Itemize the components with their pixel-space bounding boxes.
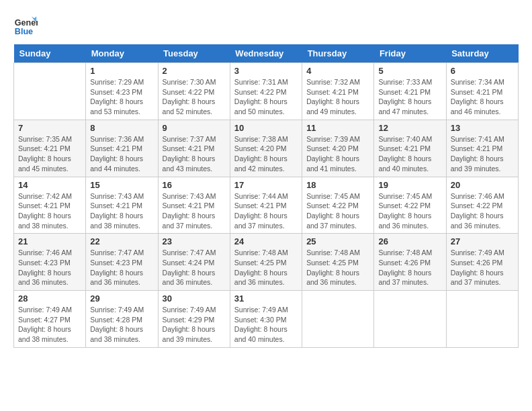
calendar-cell: 19Sunrise: 7:45 AMSunset: 4:22 PMDayligh… [374, 177, 446, 234]
calendar-cell: 8Sunrise: 7:36 AMSunset: 4:21 PMDaylight… [86, 120, 158, 177]
calendar-cell: 31Sunrise: 7:49 AMSunset: 4:30 PMDayligh… [230, 291, 302, 348]
day-info: Sunrise: 7:48 AMSunset: 4:25 PMDaylight:… [234, 248, 298, 287]
week-row-2: 7Sunrise: 7:35 AMSunset: 4:21 PMDaylight… [14, 120, 519, 177]
day-info: Sunrise: 7:40 AMSunset: 4:21 PMDaylight:… [378, 134, 441, 174]
calendar-cell: 25Sunrise: 7:48 AMSunset: 4:25 PMDayligh… [302, 234, 374, 291]
day-number: 18 [306, 180, 369, 190]
calendar-cell [14, 63, 86, 120]
day-number: 28 [18, 293, 81, 304]
day-info: Sunrise: 7:34 AMSunset: 4:21 PMDaylight:… [451, 77, 514, 117]
day-number: 16 [163, 180, 226, 190]
day-info: Sunrise: 7:47 AMSunset: 4:24 PMDaylight:… [163, 248, 226, 287]
day-number: 4 [306, 66, 369, 76]
day-info: Sunrise: 7:45 AMSunset: 4:22 PMDaylight:… [378, 191, 441, 231]
calendar-cell: 18Sunrise: 7:45 AMSunset: 4:22 PMDayligh… [302, 177, 374, 234]
day-number: 17 [234, 180, 298, 190]
calendar-cell [374, 291, 446, 348]
calendar-cell: 29Sunrise: 7:49 AMSunset: 4:28 PMDayligh… [86, 291, 158, 348]
day-info: Sunrise: 7:29 AMSunset: 4:23 PMDaylight:… [90, 77, 153, 117]
day-of-week-thursday: Thursday [302, 44, 374, 63]
calendar-cell: 3Sunrise: 7:31 AMSunset: 4:22 PMDaylight… [230, 63, 302, 120]
calendar-cell: 7Sunrise: 7:35 AMSunset: 4:21 PMDaylight… [14, 120, 86, 177]
calendar-cell: 6Sunrise: 7:34 AMSunset: 4:21 PMDaylight… [446, 63, 518, 120]
day-info: Sunrise: 7:49 AMSunset: 4:30 PMDaylight:… [234, 305, 298, 345]
day-number: 5 [378, 66, 441, 76]
day-info: Sunrise: 7:30 AMSunset: 4:22 PMDaylight:… [163, 77, 226, 117]
week-row-1: 1Sunrise: 7:29 AMSunset: 4:23 PMDaylight… [14, 63, 519, 120]
day-info: Sunrise: 7:41 AMSunset: 4:21 PMDaylight:… [451, 134, 514, 174]
calendar-cell: 5Sunrise: 7:33 AMSunset: 4:21 PMDaylight… [374, 63, 446, 120]
calendar-cell: 4Sunrise: 7:32 AMSunset: 4:21 PMDaylight… [302, 63, 374, 120]
day-info: Sunrise: 7:48 AMSunset: 4:25 PMDaylight:… [306, 248, 369, 287]
day-number: 22 [90, 236, 153, 246]
calendar-cell [446, 291, 518, 348]
day-number: 31 [234, 293, 298, 304]
day-info: Sunrise: 7:48 AMSunset: 4:26 PMDaylight:… [378, 248, 441, 287]
day-number: 1 [90, 66, 153, 76]
day-of-week-tuesday: Tuesday [158, 44, 230, 63]
day-number: 24 [234, 236, 298, 246]
day-number: 2 [163, 66, 226, 76]
day-info: Sunrise: 7:33 AMSunset: 4:21 PMDaylight:… [378, 77, 441, 117]
day-number: 6 [451, 66, 514, 76]
calendar-cell: 17Sunrise: 7:44 AMSunset: 4:21 PMDayligh… [230, 177, 302, 234]
day-info: Sunrise: 7:42 AMSunset: 4:21 PMDaylight:… [18, 191, 81, 231]
week-row-3: 14Sunrise: 7:42 AMSunset: 4:21 PMDayligh… [14, 177, 519, 234]
day-info: Sunrise: 7:46 AMSunset: 4:22 PMDaylight:… [451, 191, 514, 231]
day-of-week-saturday: Saturday [446, 44, 518, 63]
calendar-cell: 26Sunrise: 7:48 AMSunset: 4:26 PMDayligh… [374, 234, 446, 291]
day-of-week-wednesday: Wednesday [230, 44, 302, 63]
calendar-cell: 23Sunrise: 7:47 AMSunset: 4:24 PMDayligh… [158, 234, 230, 291]
days-of-week-row: SundayMondayTuesdayWednesdayThursdayFrid… [14, 44, 519, 63]
day-info: Sunrise: 7:32 AMSunset: 4:21 PMDaylight:… [306, 77, 369, 117]
calendar-table: SundayMondayTuesdayWednesdayThursdayFrid… [13, 44, 519, 348]
day-info: Sunrise: 7:49 AMSunset: 4:26 PMDaylight:… [451, 248, 514, 287]
day-info: Sunrise: 7:37 AMSunset: 4:21 PMDaylight:… [163, 134, 226, 174]
day-number: 15 [90, 180, 153, 190]
day-info: Sunrise: 7:39 AMSunset: 4:20 PMDaylight:… [306, 134, 369, 174]
day-of-week-friday: Friday [374, 44, 446, 63]
day-number: 12 [378, 123, 441, 133]
day-of-week-sunday: Sunday [14, 44, 86, 63]
calendar-cell: 11Sunrise: 7:39 AMSunset: 4:20 PMDayligh… [302, 120, 374, 177]
calendar-cell: 20Sunrise: 7:46 AMSunset: 4:22 PMDayligh… [446, 177, 518, 234]
calendar-cell: 27Sunrise: 7:49 AMSunset: 4:26 PMDayligh… [446, 234, 518, 291]
calendar-cell: 28Sunrise: 7:49 AMSunset: 4:27 PMDayligh… [14, 291, 86, 348]
day-info: Sunrise: 7:44 AMSunset: 4:21 PMDaylight:… [234, 191, 298, 231]
calendar-cell: 1Sunrise: 7:29 AMSunset: 4:23 PMDaylight… [86, 63, 158, 120]
day-info: Sunrise: 7:47 AMSunset: 4:23 PMDaylight:… [90, 248, 153, 287]
calendar-cell: 13Sunrise: 7:41 AMSunset: 4:21 PMDayligh… [446, 120, 518, 177]
day-number: 26 [378, 236, 441, 246]
day-info: Sunrise: 7:49 AMSunset: 4:29 PMDaylight:… [163, 305, 226, 345]
day-number: 10 [234, 123, 298, 133]
calendar-cell: 15Sunrise: 7:43 AMSunset: 4:21 PMDayligh… [86, 177, 158, 234]
day-info: Sunrise: 7:49 AMSunset: 4:27 PMDaylight:… [18, 305, 81, 345]
day-number: 3 [234, 66, 298, 76]
calendar-body: 1Sunrise: 7:29 AMSunset: 4:23 PMDaylight… [14, 63, 519, 348]
day-number: 8 [90, 123, 153, 133]
day-number: 21 [18, 236, 81, 246]
calendar-cell: 21Sunrise: 7:46 AMSunset: 4:23 PMDayligh… [14, 234, 86, 291]
calendar-cell: 22Sunrise: 7:47 AMSunset: 4:23 PMDayligh… [86, 234, 158, 291]
calendar-cell: 16Sunrise: 7:43 AMSunset: 4:21 PMDayligh… [158, 177, 230, 234]
day-number: 27 [451, 236, 514, 246]
calendar-header: SundayMondayTuesdayWednesdayThursdayFrid… [14, 44, 519, 63]
day-info: Sunrise: 7:35 AMSunset: 4:21 PMDaylight:… [18, 134, 81, 174]
day-number: 20 [451, 180, 514, 190]
day-number: 23 [163, 236, 226, 246]
day-number: 19 [378, 180, 441, 190]
day-number: 30 [163, 293, 226, 304]
day-info: Sunrise: 7:43 AMSunset: 4:21 PMDaylight:… [163, 191, 226, 231]
svg-text:Blue: Blue [15, 27, 33, 36]
day-number: 14 [18, 180, 81, 190]
logo: General Blue [13, 13, 40, 38]
logo-icon: General Blue [13, 13, 38, 38]
day-info: Sunrise: 7:43 AMSunset: 4:21 PMDaylight:… [90, 191, 153, 231]
calendar-cell: 14Sunrise: 7:42 AMSunset: 4:21 PMDayligh… [14, 177, 86, 234]
day-info: Sunrise: 7:38 AMSunset: 4:20 PMDaylight:… [234, 134, 298, 174]
week-row-5: 28Sunrise: 7:49 AMSunset: 4:27 PMDayligh… [14, 291, 519, 348]
day-info: Sunrise: 7:45 AMSunset: 4:22 PMDaylight:… [306, 191, 369, 231]
calendar-cell: 2Sunrise: 7:30 AMSunset: 4:22 PMDaylight… [158, 63, 230, 120]
day-number: 11 [306, 123, 369, 133]
day-info: Sunrise: 7:49 AMSunset: 4:28 PMDaylight:… [90, 305, 153, 345]
